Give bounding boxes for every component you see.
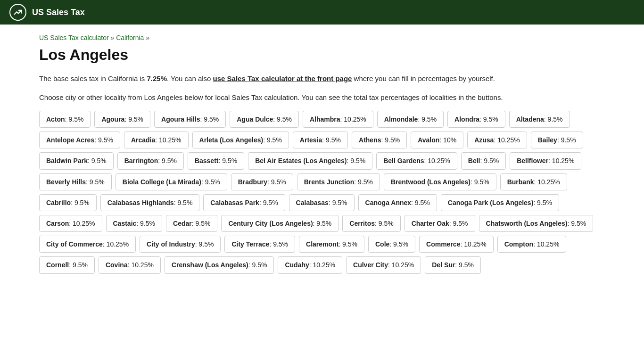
city-rate: : 9.5%: [567, 220, 586, 227]
city-rate: : 9.5%: [192, 220, 211, 227]
city-name: City of Industry: [147, 240, 195, 248]
city-name: City of Commerce: [46, 240, 103, 248]
city-button[interactable]: Cornell: 9.5%: [39, 256, 95, 273]
city-name: Brents Junction: [304, 178, 355, 186]
city-button[interactable]: Agoura Hills: 9.5%: [154, 111, 226, 128]
city-button[interactable]: Carson: 10.25%: [39, 215, 102, 232]
city-rate: : 9.5%: [411, 199, 430, 206]
city-button[interactable]: Cudahy: 10.25%: [278, 256, 342, 273]
city-button[interactable]: Alhambra: 10.25%: [303, 111, 373, 128]
city-button[interactable]: Arleta (Los Angeles): 9.5%: [192, 132, 289, 148]
city-rate: : 9.5%: [273, 115, 292, 123]
city-name: Claremont: [306, 240, 339, 248]
city-rate: : 9.5%: [124, 115, 143, 123]
breadcrumb-state-link[interactable]: California: [116, 34, 144, 41]
city-button[interactable]: Cedar: 9.5%: [166, 215, 217, 232]
city-rate: : 9.5%: [200, 115, 219, 123]
city-button[interactable]: Acton: 9.5%: [39, 111, 91, 128]
city-name: Canoga Annex: [365, 199, 412, 206]
city-rate: : 9.5%: [455, 261, 474, 269]
breadcrumb: US Sales Tax calculator » California »: [39, 34, 605, 41]
city-button[interactable]: Crenshaw (Los Angeles): 9.5%: [165, 256, 274, 273]
city-button[interactable]: Cole: 9.5%: [368, 236, 415, 253]
city-button[interactable]: City of Industry: 9.5%: [140, 236, 221, 253]
city-button[interactable]: Covina: 10.25%: [99, 256, 161, 273]
city-button[interactable]: Antelope Acres: 9.5%: [39, 132, 120, 148]
city-button[interactable]: Burbank: 10.25%: [500, 173, 567, 190]
city-name: Bell Gardens: [383, 157, 424, 165]
city-button[interactable]: Claremont: 9.5%: [299, 236, 364, 253]
city-name: Cedar: [173, 220, 192, 227]
city-button[interactable]: Del Sur: 9.5%: [425, 256, 481, 273]
city-button[interactable]: Bell: 9.5%: [461, 152, 506, 169]
city-button[interactable]: City of Commerce: 10.25%: [39, 236, 136, 253]
city-button[interactable]: Azusa: 10.25%: [467, 132, 527, 148]
city-button[interactable]: Bassett: 9.5%: [188, 152, 244, 169]
city-name: Barrington: [124, 157, 158, 165]
city-name: Del Sur: [432, 261, 455, 269]
breadcrumb-sep-1: »: [110, 34, 116, 41]
city-rate: : 10.25%: [494, 136, 520, 144]
city-rate: : 9.5%: [218, 157, 237, 165]
city-button[interactable]: Commerce: 10.25%: [419, 236, 494, 253]
city-button[interactable]: Bradbury: 9.5%: [231, 173, 293, 190]
city-name: Burbank: [507, 178, 534, 186]
city-name: Century City (Los Angeles): [228, 220, 313, 227]
city-rate: : 9.5%: [69, 261, 88, 269]
city-button[interactable]: Canoga Annex: 9.5%: [358, 194, 437, 211]
city-button[interactable]: Bailey: 9.5%: [531, 132, 583, 148]
city-name: Bellflower: [517, 157, 548, 165]
city-name: Artesia: [300, 136, 322, 144]
city-button[interactable]: Avalon: 10%: [411, 132, 463, 148]
city-button[interactable]: Barrington: 9.5%: [117, 152, 184, 169]
city-button[interactable]: Canoga Park (Los Angeles): 9.5%: [441, 194, 559, 211]
city-rate: : 9.5%: [195, 240, 214, 248]
city-button[interactable]: Charter Oak: 9.5%: [405, 215, 475, 232]
city-button[interactable]: Biola College (La Mirada): 9.5%: [116, 173, 227, 190]
city-button[interactable]: Athens: 9.5%: [352, 132, 407, 148]
front-page-link[interactable]: use Sales Tax calculator at the front pa…: [213, 74, 352, 82]
page-title: Los Angeles: [39, 46, 605, 64]
city-rate: : 9.5%: [269, 240, 288, 248]
city-button[interactable]: Artesia: 9.5%: [293, 132, 348, 148]
city-rate: : 9.5%: [248, 261, 267, 269]
city-button[interactable]: Beverly Hills: 9.5%: [39, 173, 112, 190]
city-rate: : 9.5%: [480, 157, 499, 165]
city-button[interactable]: Century City (Los Angeles): 9.5%: [221, 215, 339, 232]
city-button[interactable]: Baldwin Park: 9.5%: [39, 152, 114, 169]
city-button[interactable]: Compton: 10.25%: [497, 236, 567, 253]
city-button[interactable]: Agoura: 9.5%: [94, 111, 150, 128]
city-button[interactable]: Calabasas: 9.5%: [289, 194, 355, 211]
city-name: Biola College (La Mirada): [123, 178, 201, 186]
city-button[interactable]: Cerritos: 9.5%: [342, 215, 400, 232]
city-button[interactable]: Culver City: 10.25%: [346, 256, 421, 273]
city-button[interactable]: Castaic: 9.5%: [106, 215, 163, 232]
city-button[interactable]: Arcadia: 10.25%: [124, 132, 189, 148]
city-button[interactable]: Bel Air Estates (Los Angeles): 9.5%: [248, 152, 372, 169]
city-button[interactable]: Bell Gardens: 10.25%: [376, 152, 457, 169]
city-button[interactable]: Calabasas Park: 9.5%: [203, 194, 285, 211]
city-button[interactable]: Cabrillo: 9.5%: [39, 194, 97, 211]
city-button[interactable]: Agua Dulce: 9.5%: [230, 111, 299, 128]
city-name: Arcadia: [131, 136, 155, 144]
city-grid: Acton: 9.5%Agoura: 9.5%Agoura Hills: 9.5…: [39, 111, 605, 274]
city-button[interactable]: Chatsworth (Los Angeles): 9.5%: [479, 215, 594, 232]
city-button[interactable]: Altadena: 9.5%: [509, 111, 570, 128]
breadcrumb-home-link[interactable]: US Sales Tax calculator: [39, 34, 109, 41]
city-button[interactable]: Almondale: 9.5%: [377, 111, 444, 128]
city-button[interactable]: Alondra: 9.5%: [447, 111, 505, 128]
desc-1-pre: The base sales tax in California is: [39, 74, 147, 82]
desc-1-mid: . You can also: [167, 74, 213, 82]
city-name: Avalon: [418, 136, 439, 144]
city-button[interactable]: Calabasas Highlands: 9.5%: [100, 194, 200, 211]
city-rate: : 9.5%: [158, 157, 177, 165]
city-rate: : 9.5%: [347, 157, 365, 165]
city-rate: : 10%: [439, 136, 456, 144]
city-button[interactable]: Bellflower: 10.25%: [510, 152, 581, 169]
city-button[interactable]: Brents Junction: 9.5%: [297, 173, 380, 190]
city-name: Antelope Acres: [46, 136, 94, 144]
city-name: Cudahy: [285, 261, 309, 269]
city-button[interactable]: City Terrace: 9.5%: [224, 236, 295, 253]
city-button[interactable]: Brentwood (Los Angeles): 9.5%: [384, 173, 496, 190]
city-name: Cole: [375, 240, 389, 248]
